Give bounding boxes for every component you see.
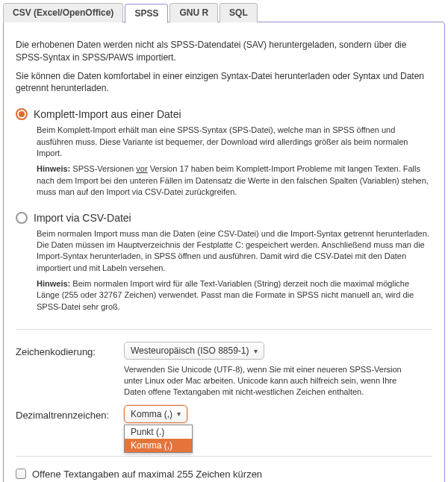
- intro-text-2: Sie können die Daten komfortabel in eine…: [16, 70, 432, 96]
- import-csv-desc: Beim normalen Import muss man die Daten …: [37, 228, 432, 275]
- chevron-down-icon: ▾: [177, 410, 181, 418]
- truncate-label: Offene Textangaben auf maximal 255 Zeich…: [32, 469, 262, 480]
- divider: [16, 456, 432, 457]
- divider: [16, 329, 432, 330]
- tab-spss[interactable]: SPSS: [125, 4, 168, 23]
- decimal-dropdown: Punkt (.) Komma (,): [124, 425, 193, 453]
- radio-import-csv[interactable]: [16, 212, 28, 224]
- encoding-label: Zeichenkodierung:: [16, 342, 124, 357]
- import-csv-hint: Hinweis: Beim normalen Import wird für a…: [37, 278, 432, 313]
- radio-komplett-import[interactable]: [16, 108, 28, 120]
- encoding-select[interactable]: Westeuropäisch (ISO 8859-1) ▾: [124, 342, 264, 360]
- komplett-import-hint: Hinweis: SPSS-Versionen vor Version 17 h…: [37, 163, 432, 198]
- tab-sql[interactable]: SQL: [220, 3, 258, 22]
- chevron-down-icon: ▾: [254, 347, 258, 355]
- decimal-label: Dezimaltrennzeichen:: [16, 405, 124, 421]
- truncate-checkbox[interactable]: [16, 469, 26, 479]
- intro-text-1: Die erhobenen Daten werden nicht als SPS…: [16, 39, 432, 64]
- decimal-option-komma[interactable]: Komma (,): [125, 439, 192, 452]
- tab-gnur[interactable]: GNU R: [169, 3, 218, 22]
- encoding-help: Verwenden Sie Unicode (UTF-8), wenn Sie …: [124, 364, 415, 398]
- radio-komplett-import-label: Komplett-Import aus einer Datei: [34, 108, 181, 120]
- tab-csv[interactable]: CSV (Excel/OpenOffice): [3, 3, 123, 22]
- komplett-import-desc: Beim Komplett-Import erhält man eine SPS…: [37, 125, 432, 159]
- radio-import-csv-label: Import via CSV-Datei: [34, 212, 131, 224]
- decimal-option-punkt[interactable]: Punkt (.): [125, 425, 192, 439]
- tab-panel-spss: Die erhobenen Daten werden nicht als SPS…: [3, 22, 445, 482]
- decimal-select[interactable]: Komma (,) ▾: [124, 405, 187, 423]
